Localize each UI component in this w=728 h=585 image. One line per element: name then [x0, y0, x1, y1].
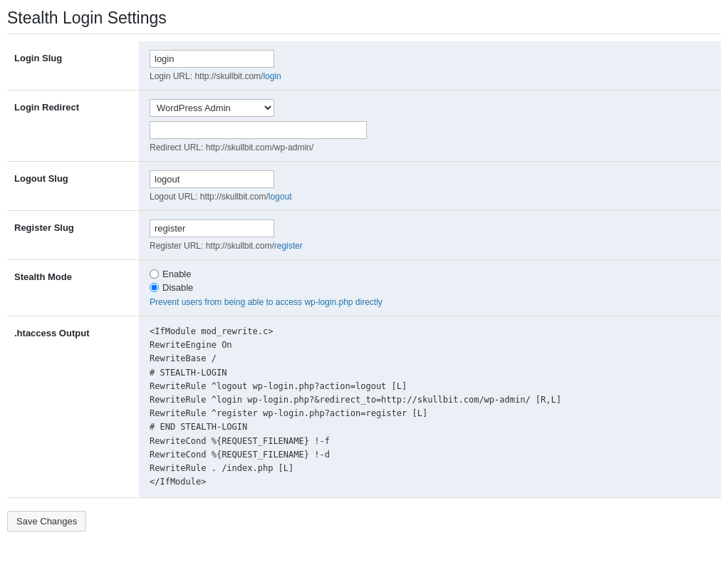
login-slug-field: Login URL: http://skullbit.com/login: [139, 41, 721, 90]
logout-slug-field: Logout URL: http://skullbit.com/logout: [139, 162, 721, 211]
logout-url-info: Logout URL: http://skullbit.com/logout: [150, 192, 710, 202]
login-redirect-row: Login Redirect WordPress Admin Custom UR…: [7, 90, 721, 162]
save-changes-button[interactable]: Save Changes: [7, 511, 86, 532]
register-slug-row: Register Slug Register URL: http://skull…: [7, 211, 721, 260]
logout-url-link[interactable]: logout: [269, 192, 292, 202]
stealth-mode-field: Enable Disable Prevent users from being …: [139, 260, 721, 316]
stealth-mode-label: Stealth Mode: [7, 260, 139, 316]
stealth-disable-radio[interactable]: [150, 283, 159, 292]
register-slug-label: Register Slug: [7, 211, 139, 260]
register-url-link[interactable]: register: [274, 241, 303, 251]
stealth-enable-option[interactable]: Enable: [150, 269, 710, 279]
logout-slug-label: Logout Slug: [7, 162, 139, 211]
login-url-info: Login URL: http://skullbit.com/login: [150, 71, 710, 81]
stealth-disable-option[interactable]: Disable: [150, 282, 710, 293]
login-slug-label: Login Slug: [7, 41, 139, 90]
login-redirect-field: WordPress Admin Custom URL Home Page Red…: [139, 90, 721, 162]
register-url-info: Register URL: http://skullbit.com/regist…: [150, 241, 710, 251]
register-slug-input[interactable]: [150, 219, 274, 237]
login-redirect-label: Login Redirect: [7, 90, 139, 162]
htaccess-row: .htaccess Output <IfModule mod_rewrite.c…: [7, 316, 721, 498]
stealth-mode-row: Stealth Mode Enable Disable Prevent user…: [7, 260, 721, 316]
stealth-enable-radio[interactable]: [150, 269, 159, 279]
logout-slug-row: Logout Slug Logout URL: http://skullbit.…: [7, 162, 721, 211]
htaccess-content: <IfModule mod_rewrite.c> RewriteEngine O…: [150, 325, 710, 489]
stealth-mode-note: Prevent users from being able to access …: [150, 297, 710, 307]
login-slug-row: Login Slug Login URL: http://skullbit.co…: [7, 41, 721, 90]
settings-table: Login Slug Login URL: http://skullbit.co…: [7, 41, 721, 498]
htaccess-label: .htaccess Output: [7, 316, 139, 498]
stealth-mode-radio-group: Enable Disable: [150, 269, 710, 293]
login-redirect-select[interactable]: WordPress Admin Custom URL Home Page: [150, 99, 274, 117]
login-url-link[interactable]: login: [263, 71, 281, 81]
login-redirect-custom-input[interactable]: [150, 121, 367, 139]
htaccess-field: <IfModule mod_rewrite.c> RewriteEngine O…: [139, 316, 721, 498]
logout-slug-input[interactable]: [150, 170, 274, 188]
login-redirect-url-info: Redirect URL: http://skullbit.com/wp-adm…: [150, 143, 710, 152]
login-slug-input[interactable]: [150, 50, 274, 68]
page-title: Stealth Login Settings: [7, 9, 721, 34]
register-slug-field: Register URL: http://skullbit.com/regist…: [139, 211, 721, 260]
